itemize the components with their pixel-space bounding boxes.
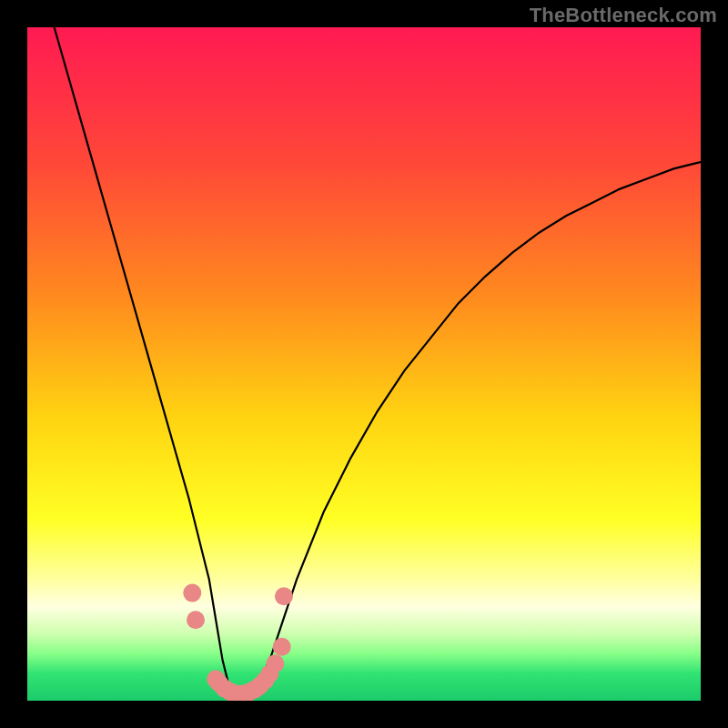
curve-marker: [273, 638, 291, 656]
outer-frame: TheBottleneck.com: [0, 0, 728, 728]
watermark-text: TheBottleneck.com: [530, 4, 717, 27]
curve-marker: [266, 654, 284, 672]
curve-marker: [187, 611, 205, 629]
bottleneck-chart: [27, 27, 701, 701]
gradient-background: [27, 27, 701, 701]
curve-marker: [183, 584, 201, 602]
curve-marker: [275, 587, 293, 605]
